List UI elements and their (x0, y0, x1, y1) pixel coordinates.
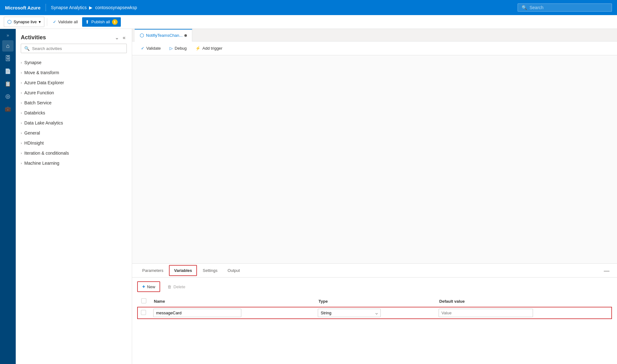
sidebar-item-manage[interactable]: 💼 (2, 103, 14, 114)
validate-check-icon: ✓ (53, 19, 56, 24)
search-icon: 🔍 (24, 46, 30, 51)
search-input[interactable] (530, 5, 608, 10)
main-layout: » ⌂ 🗄 📄 📋 ◎ 💼 Activities ⌄ « 🔍 (0, 29, 617, 364)
debug-button[interactable]: ▷ Debug (166, 44, 190, 52)
row-checkbox[interactable] (141, 310, 146, 315)
chevron-right-icon: › (21, 141, 22, 145)
pipeline-canvas[interactable] (132, 55, 617, 263)
database-icon: 🗄 (5, 55, 11, 62)
validate-all-button[interactable]: ✓ Validate all (50, 18, 81, 26)
activity-group-data-lake-analytics[interactable]: › Data Lake Analytics (16, 118, 132, 128)
activity-group-databricks[interactable]: › Databricks (16, 108, 132, 118)
tab-settings[interactable]: Settings (198, 265, 222, 277)
add-trigger-button[interactable]: ⚡ Add trigger (192, 44, 226, 52)
activity-group-batch-service[interactable]: › Batch Service (16, 98, 132, 108)
activities-search-input[interactable] (32, 46, 123, 51)
sidebar-item-monitor[interactable]: ◎ (2, 91, 14, 102)
sidebar-item-data[interactable]: 🗄 (2, 53, 14, 64)
publish-badge: 1 (112, 19, 118, 25)
delete-variable-button[interactable]: 🗑 Delete (163, 282, 190, 291)
pipeline-toolbar: ✓ Validate ▷ Debug ⚡ Add trigger (132, 41, 617, 55)
type-select[interactable]: String ⌵ (318, 309, 381, 317)
synapse-live-label: Synapse live (14, 19, 37, 24)
new-variable-button[interactable]: + New (137, 281, 160, 292)
validate-button[interactable]: ✓ Validate (137, 44, 165, 52)
breadcrumb-arrow-icon: ▶ (89, 5, 93, 10)
chevron-right-icon: › (21, 131, 22, 135)
activity-group-azure-data-explorer[interactable]: › Azure Data Explorer (16, 78, 132, 88)
publish-all-button[interactable]: ⬆ Publish all 1 (82, 17, 121, 27)
default-value-cell (435, 307, 612, 319)
activities-expand-button[interactable]: « (121, 34, 127, 41)
tab-bar: ⬡ NotifiyTeamsChan... (132, 29, 617, 41)
type-value: String (321, 311, 331, 315)
bottom-content: + New 🗑 Delete Na (132, 278, 617, 323)
name-column-header: Name (150, 296, 315, 307)
activity-group-move-transform[interactable]: › Move & transform (16, 68, 132, 78)
name-input[interactable] (153, 309, 241, 317)
activity-groups-list: › Synapse › Move & transform › Azure Dat… (16, 57, 132, 169)
tab-output[interactable]: Output (222, 265, 245, 277)
type-cell: String ⌵ (315, 307, 435, 319)
table-row: String ⌵ (137, 307, 612, 319)
synapse-live-icon: ⬡ (7, 19, 12, 25)
sidebar-item-integrate[interactable]: 📋 (2, 78, 14, 89)
main-toolbar: ⬡ Synapse live ▾ ✓ Validate all ⬆ Publis… (0, 15, 617, 29)
activities-panel: Activities ⌄ « 🔍 › Synapse › Move & tran… (16, 29, 132, 364)
monitor-icon: 📋 (5, 81, 11, 87)
documents-icon: 📄 (5, 68, 11, 74)
activity-group-iteration-conditionals[interactable]: › Iteration & conditionals (16, 148, 132, 158)
chevron-right-icon: › (21, 91, 22, 95)
activities-search-box[interactable]: 🔍 (21, 44, 127, 53)
chevron-right-icon: › (21, 61, 22, 64)
type-column-header: Type (315, 296, 435, 307)
variables-actions: + New 🗑 Delete (137, 281, 612, 292)
activity-group-azure-function[interactable]: › Azure Function (16, 88, 132, 98)
icon-sidebar: » ⌂ 🗄 📄 📋 ◎ 💼 (0, 29, 16, 364)
activities-header: Activities ⌄ « (16, 29, 132, 44)
sidebar-item-develop[interactable]: 📄 (2, 65, 14, 77)
chevron-right-icon: › (21, 162, 22, 165)
pipeline-tab-label: NotifiyTeamsChan... (146, 33, 182, 38)
synapse-live-button[interactable]: ⬡ Synapse live ▾ (4, 17, 44, 27)
activity-group-synapse[interactable]: › Synapse (16, 58, 132, 68)
briefcase-icon: 💼 (5, 106, 11, 112)
chevron-right-icon: › (21, 152, 22, 155)
activity-group-hdinsight[interactable]: › HDInsight (16, 138, 132, 148)
type-chevron-down-icon: ⌵ (375, 311, 378, 315)
activity-group-general[interactable]: › General (16, 128, 132, 138)
toolbar-divider (47, 18, 47, 26)
select-all-checkbox[interactable] (141, 298, 146, 303)
minimize-panel-button[interactable]: — (601, 267, 612, 275)
publish-icon: ⬆ (85, 19, 89, 25)
debug-play-icon: ▷ (170, 46, 173, 51)
default-value-input[interactable] (439, 309, 533, 317)
select-all-header (137, 296, 150, 307)
chevron-down-icon: ▾ (39, 19, 41, 24)
sidebar-item-home[interactable]: ⌂ (2, 40, 14, 52)
chevron-right-icon: › (21, 121, 22, 125)
tab-unsaved-dot (184, 34, 187, 37)
validate-icon: ✓ (141, 46, 144, 51)
bottom-panel: Parameters Variables Settings Output — +… (132, 263, 617, 364)
plus-icon: + (142, 284, 145, 290)
nav-workspace: contososynapsewksp (95, 5, 137, 10)
global-search[interactable]: 🔍 (518, 3, 612, 12)
tab-variables[interactable]: Variables (169, 265, 197, 276)
activity-group-machine-learning[interactable]: › Machine Learning (16, 158, 132, 168)
canvas-area: ⬡ NotifiyTeamsChan... ✓ Validate ▷ Debug… (132, 29, 617, 364)
expand-icon[interactable]: » (5, 31, 10, 39)
default-value-column-header: Default value (435, 296, 612, 307)
activities-collapse-button[interactable]: ⌄ (114, 34, 120, 41)
pipeline-tab[interactable]: ⬡ NotifiyTeamsChan... (135, 29, 192, 41)
breadcrumb: Synapse Analytics ▶ contososynapsewksp (51, 5, 137, 10)
chevron-right-icon: › (21, 81, 22, 85)
tab-parameters[interactable]: Parameters (137, 265, 168, 277)
activities-title: Activities (21, 34, 46, 41)
trash-icon: 🗑 (167, 284, 171, 289)
trigger-icon: ⚡ (195, 46, 200, 51)
nav-service: Synapse Analytics (51, 5, 87, 10)
brand-label: Microsoft Azure (5, 5, 41, 10)
chevron-right-icon: › (21, 71, 22, 74)
chevron-right-icon: › (21, 101, 22, 105)
